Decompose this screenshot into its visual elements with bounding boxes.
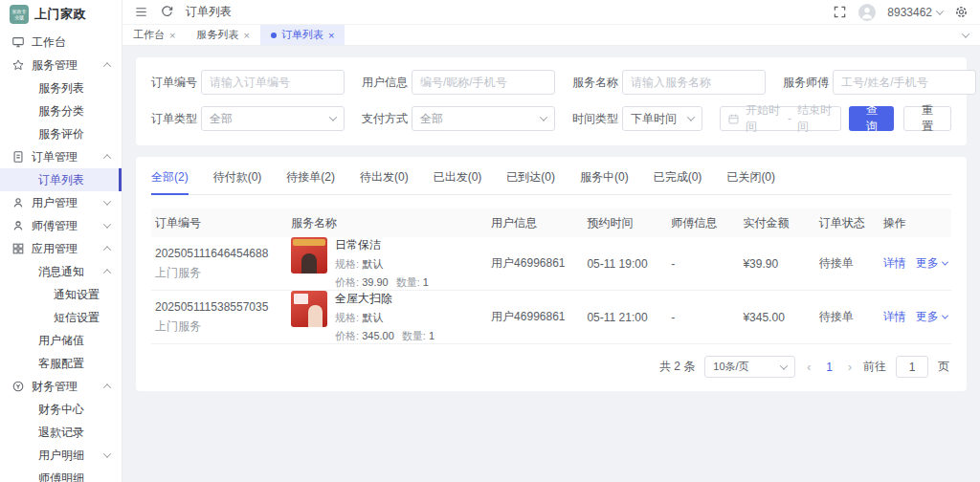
- sidebar: 家政专业版 上门家政 工作台 服务管理 服务列表 服务分类 服务评价 订单管理 …: [0, 0, 122, 482]
- pay-way-label: 支付方式: [362, 111, 412, 127]
- page-number[interactable]: 1: [822, 361, 836, 374]
- order-no-label: 订单编号: [151, 75, 201, 91]
- more-link[interactable]: 更多: [916, 255, 947, 272]
- order-type-select[interactable]: 全部: [201, 106, 345, 131]
- calendar-icon: [727, 113, 740, 125]
- chevron-up-icon: [103, 269, 111, 276]
- avatar[interactable]: [858, 4, 876, 21]
- sidebar-item-finance-center[interactable]: 财务中心: [0, 398, 122, 421]
- user-info: 用户46996861: [487, 309, 583, 325]
- tab-order-list[interactable]: 订单列表 ×: [260, 25, 345, 45]
- sidebar-item-user-stored-value[interactable]: 用户储值: [0, 329, 122, 352]
- status-tab-departed[interactable]: 已出发(0): [434, 169, 482, 194]
- sidebar-item-refund-records[interactable]: 退款记录: [0, 421, 122, 444]
- service-name: 日常保洁: [335, 237, 429, 253]
- reset-button[interactable]: 重置: [903, 106, 951, 131]
- status-tab-completed[interactable]: 已完成(0): [654, 169, 702, 194]
- pay-way-select[interactable]: 全部: [412, 106, 555, 131]
- page-unit-label: 页: [938, 359, 949, 375]
- close-icon[interactable]: ×: [169, 30, 175, 41]
- time-type-select[interactable]: 下单时间: [622, 106, 702, 131]
- status-tab-closed[interactable]: 已关闭(0): [726, 169, 775, 194]
- goto-page-input[interactable]: [896, 356, 928, 378]
- document-icon: [11, 150, 25, 164]
- service-master-input[interactable]: [833, 70, 976, 95]
- tab-workbench[interactable]: 工作台 ×: [122, 25, 186, 45]
- sidebar-item-master-management[interactable]: 师傅管理: [0, 214, 122, 237]
- sidebar-item-service-review[interactable]: 服务评价: [0, 122, 122, 145]
- chevron-up-icon: [103, 62, 111, 70]
- date-range-picker[interactable]: 开始时间 - 结束时间: [720, 106, 841, 131]
- next-page-button[interactable]: ›: [846, 361, 854, 374]
- top-header-bar: 订单列表 8933462: [122, 0, 980, 25]
- user-menu[interactable]: 8933462: [887, 6, 943, 19]
- prev-page-button[interactable]: ‹: [805, 361, 813, 374]
- order-type: 上门服务: [155, 318, 283, 335]
- fullscreen-icon[interactable]: [833, 5, 847, 19]
- close-icon[interactable]: ×: [243, 30, 249, 41]
- table-header-row: 订单编号 服务名称 用户信息 预约时间 师傅信息 实付金额 订单状态 操作: [151, 208, 951, 237]
- collapse-sidebar-icon[interactable]: [134, 5, 148, 19]
- active-dot-icon: [271, 33, 277, 38]
- monitor-icon: [11, 35, 25, 49]
- order-type: 上门服务: [155, 265, 283, 281]
- sidebar-item-finance-management[interactable]: 财务管理: [0, 375, 122, 398]
- chevron-down-icon: [942, 313, 948, 319]
- sidebar-item-user-detail[interactable]: 用户明细: [0, 444, 122, 467]
- chevron-up-icon: [103, 246, 111, 253]
- user-info: 用户46996861: [487, 255, 583, 272]
- chevron-up-icon: [103, 383, 111, 391]
- order-no-input[interactable]: [201, 70, 345, 95]
- finance-icon: [11, 380, 25, 393]
- sidebar-item-user-management[interactable]: 用户管理: [0, 191, 122, 214]
- sidebar-item-service-category[interactable]: 服务分类: [0, 99, 122, 122]
- tab-options-chevron-icon[interactable]: [962, 30, 969, 37]
- worker-icon: [11, 219, 25, 232]
- service-master-label: 服务师傅: [783, 75, 833, 91]
- sidebar-item-customer-service-config[interactable]: 客服配置: [0, 352, 122, 375]
- sidebar-item-app-management[interactable]: 应用管理: [0, 237, 122, 260]
- appointment-time: 05-11 21:00: [583, 311, 667, 324]
- sidebar-item-service-management[interactable]: 服务管理: [0, 54, 122, 77]
- sidebar-item-notify-settings[interactable]: 通知设置: [0, 283, 122, 306]
- sidebar-item-order-management[interactable]: 订单管理: [0, 145, 122, 168]
- status-tab-unpaid[interactable]: 待付款(0): [213, 169, 262, 194]
- date-end-placeholder: 结束时间: [797, 102, 834, 135]
- chevron-up-icon: [103, 154, 111, 162]
- status-tab-pending-accept[interactable]: 待接单(2): [286, 169, 335, 194]
- more-link[interactable]: 更多: [916, 309, 947, 325]
- grid-icon: [11, 242, 25, 255]
- sidebar-item-workbench[interactable]: 工作台: [0, 31, 122, 54]
- app-logo-icon: 家政专业版: [10, 5, 29, 24]
- user-icon: [11, 196, 25, 209]
- sidebar-item-sms-settings[interactable]: 短信设置: [0, 306, 122, 329]
- status-tab-in-service[interactable]: 服务中(0): [580, 169, 629, 194]
- sidebar-item-service-list[interactable]: 服务列表: [0, 77, 122, 99]
- detail-link[interactable]: 详情: [883, 256, 906, 270]
- gear-icon[interactable]: [954, 5, 969, 19]
- date-separator: -: [788, 112, 791, 125]
- tab-service-list[interactable]: 服务列表 ×: [186, 25, 259, 45]
- app-logo: 家政专业版 上门家政: [0, 0, 122, 29]
- sidebar-item-message-notify[interactable]: 消息通知: [0, 260, 122, 283]
- order-number: 202505111646454688: [155, 247, 283, 260]
- total-count: 共 2 条: [659, 359, 695, 375]
- service-name-label: 服务名称: [572, 75, 622, 91]
- filter-panel: 订单编号 用户信息 服务名称 服务师傅 订单类型 全部: [136, 57, 967, 145]
- search-button[interactable]: 查询: [849, 106, 895, 131]
- chevron-down-icon: [329, 113, 337, 120]
- status-tab-arrived[interactable]: 已到达(0): [506, 169, 555, 194]
- sidebar-item-master-detail[interactable]: 师傅明细: [0, 467, 122, 482]
- status-tab-all[interactable]: 全部(2): [151, 169, 189, 194]
- user-info-input[interactable]: [412, 70, 555, 95]
- chevron-down-icon: [103, 220, 111, 228]
- chevron-down-icon: [103, 197, 111, 205]
- service-name-input[interactable]: [622, 70, 766, 95]
- status-tab-pending-depart[interactable]: 待出发(0): [360, 169, 409, 194]
- refresh-icon[interactable]: [160, 5, 174, 19]
- sidebar-item-order-list[interactable]: 订单列表: [0, 168, 122, 191]
- close-icon[interactable]: ×: [328, 30, 334, 41]
- breadcrumb: 订单列表: [186, 4, 232, 20]
- page-size-select[interactable]: 10条/页: [704, 356, 795, 378]
- detail-link[interactable]: 详情: [883, 310, 906, 323]
